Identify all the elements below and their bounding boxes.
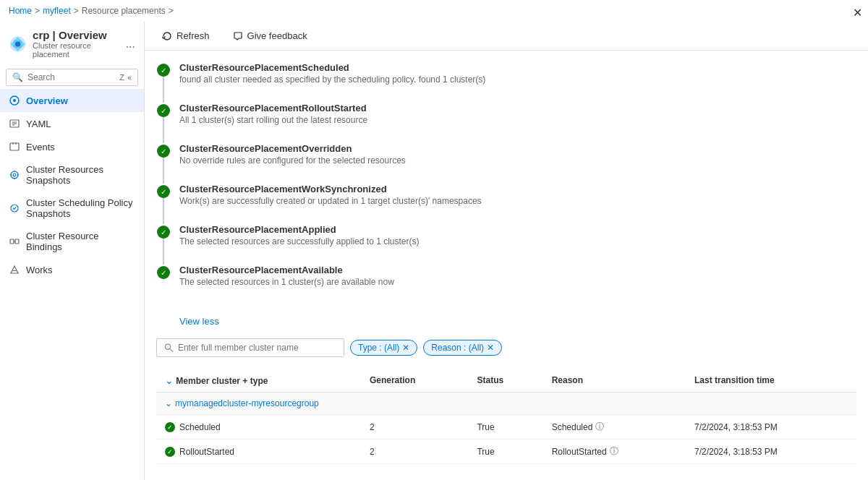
row-type-cell: ✓Scheduled [156,415,361,440]
overview-nav-icon [9,95,20,106]
table-col-last-transition-time: Last transition time [686,369,856,393]
sidebar-item-label-overview: Overview [26,95,68,106]
timeline-dot-rollout-started: ✓ [157,104,170,117]
row-reason-label: Scheduled [552,422,593,432]
timeline-desc-scheduled: found all cluster needed as specified by… [179,74,485,85]
sidebar-item-cluster-resources-snapshots[interactable]: Cluster Resources Snapshots [0,158,144,192]
timeline-item-scheduled: ✓ClusterResourcePlacementScheduledfound … [156,62,856,103]
sidebar-item-label-yaml: YAML [26,119,51,129]
cluster-scheduling-policy-snapshots-nav-icon [9,202,20,214]
sidebar-item-works[interactable]: Works [0,258,144,281]
search-case-icon[interactable]: Z [119,73,124,82]
cluster-expand-icon[interactable]: ⌄ [165,398,172,408]
content-scroll: ✓ClusterResourcePlacementScheduledfound … [145,51,868,480]
row-status-dot: ✓ [165,447,175,457]
table-row: ✓Scheduled2TrueScheduledⓘ7/2/2024, 3:18:… [156,415,856,440]
cluster-resource-bindings-nav-icon [9,236,20,247]
breadcrumb-home[interactable]: Home [9,6,32,16]
row-reason-info-icon[interactable]: ⓘ [610,445,618,458]
svg-point-3 [16,37,19,40]
timeline-content-scheduled: ClusterResourcePlacementScheduledfound a… [179,62,485,99]
sidebar-item-label-events: Events [26,142,55,153]
timeline-desc-applied: The selected resources are successfully … [179,236,419,247]
app-container: Home > myfleet > Resource placements > [0,0,868,480]
table-collapse-button[interactable]: ⌄ [165,374,174,386]
table-body: ⌄mymanagedcluster-myresourcegroup✓Schedu… [156,393,856,464]
table-col-member-cluster-+-type: ⌄ Member cluster + type [156,369,361,393]
breadcrumb-myfleet[interactable]: myfleet [43,6,71,16]
timeline-item-rollout-started: ✓ClusterResourcePlacementRolloutStartedA… [156,103,856,143]
filter-search-icon [164,343,174,353]
timeline-line-overridden: ✓ [156,143,171,184]
app-logo-icon [9,34,27,54]
sidebar-item-label-cluster-resources-snapshots: Cluster Resources Snapshots [26,164,135,186]
timeline-content-rollout-started: ClusterResourcePlacementRolloutStartedAl… [179,103,367,140]
reason-filter-tag[interactable]: Reason : (All) ✕ [423,340,502,356]
sidebar: crp | Overview Cluster resource placemen… [0,22,145,480]
cluster-resources-snapshots-nav-icon [9,169,20,181]
breadcrumb: Home > myfleet > Resource placements > [0,0,868,22]
table-col-status: Status [468,369,542,393]
timeline-connector-applied [163,239,164,265]
filter-bar: Type : (All) ✕ Reason : (All) ✕ [156,338,856,357]
row-reason-info-icon[interactable]: ⓘ [595,421,604,433]
table-header: ⌄ Member cluster + typeGenerationStatusR… [156,369,856,393]
sidebar-item-overview[interactable]: Overview [0,89,144,112]
timeline-connector-work-synchronized [163,198,164,224]
close-button[interactable]: ✕ [853,6,862,20]
timeline-line-rollout-started: ✓ [156,103,171,143]
svg-point-20 [10,174,12,176]
svg-point-19 [14,178,15,179]
row-type-label: RolloutStarted [179,447,234,457]
timeline-title-overridden: ClusterResourcePlacementOverridden [179,143,406,154]
cluster-table: ⌄ Member cluster + typeGenerationStatusR… [156,369,856,464]
breadcrumb-sep1: > [35,6,40,16]
more-options-icon[interactable]: ... [126,38,135,51]
table-cluster-group-row: ⌄mymanagedcluster-myresourcegroup [156,393,856,415]
timeline-dot-scheduled: ✓ [157,64,170,77]
refresh-button[interactable]: Refresh [156,27,216,44]
table-col-reason: Reason [543,369,686,393]
svg-point-18 [14,171,15,172]
cluster-search-input[interactable] [178,343,336,353]
timeline-desc-work-synchronized: Work(s) are successfully created or upda… [179,196,482,206]
row-reason-label: RolloutStarted [552,447,607,457]
timeline-connector-rollout-started [163,117,164,143]
sidebar-item-cluster-resource-bindings[interactable]: Cluster Resource Bindings [0,225,144,258]
timeline-item-applied: ✓ClusterResourcePlacementAppliedThe sele… [156,224,856,265]
sidebar-item-cluster-scheduling-policy-snapshots[interactable]: Cluster Scheduling Policy Snapshots [0,192,144,225]
svg-rect-13 [10,143,19,150]
timeline-item-available: ✓ClusterResourcePlacementAvailableThe se… [156,265,856,301]
svg-rect-24 [15,239,19,244]
sidebar-item-label-cluster-scheduling-policy-snapshots: Cluster Scheduling Policy Snapshots [26,197,135,219]
app-title-group: crp | Overview Cluster resource placemen… [33,29,120,59]
svg-point-17 [13,173,16,176]
timeline-content-overridden: ClusterResourcePlacementOverriddenNo ove… [179,143,406,180]
works-nav-icon [9,264,20,275]
view-less-link[interactable]: View less [179,316,219,327]
row-type-label: Scheduled [179,422,221,432]
table-col-generation: Generation [361,369,469,393]
svg-point-16 [11,171,18,179]
type-filter-tag[interactable]: Type : (All) ✕ [350,340,417,356]
app-title: crp | Overview [33,29,120,41]
timeline: ✓ClusterResourcePlacementScheduledfound … [156,62,856,301]
breadcrumb-sep2: > [74,6,79,16]
search-close-icon[interactable]: « [127,73,132,82]
refresh-icon [162,31,172,41]
svg-point-5 [11,42,14,45]
timeline-dot-overridden: ✓ [157,145,170,158]
timeline-desc-rollout-started: All 1 cluster(s) start rolling out the l… [179,115,367,125]
nav-menu: OverviewYAMLEventsCluster Resources Snap… [0,89,144,281]
sidebar-item-yaml[interactable]: YAML [0,112,144,135]
give-feedback-button[interactable]: Give feedback [227,27,313,44]
search-input[interactable] [27,72,115,82]
svg-point-4 [16,47,19,50]
svg-rect-23 [10,239,14,244]
timeline-title-available: ClusterResourcePlacementAvailable [179,265,394,275]
cluster-group-link[interactable]: mymanagedcluster-myresourcegroup [175,398,319,408]
timeline-dot-applied: ✓ [157,226,170,239]
svg-point-6 [21,42,24,45]
row-status-cell: True [468,415,542,440]
sidebar-item-events[interactable]: Events [0,135,144,158]
